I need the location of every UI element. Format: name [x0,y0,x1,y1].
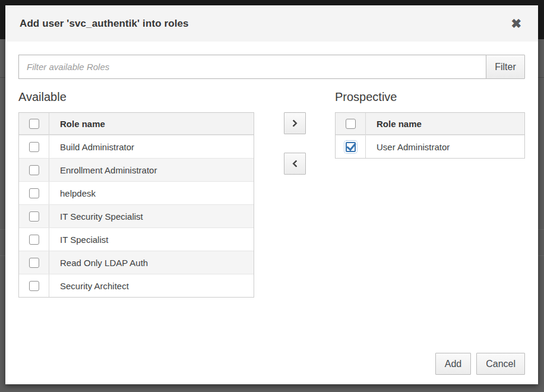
prospective-roles-table: Role name User Administrator [335,112,525,159]
role-name: IT Specialist [49,235,108,245]
move-right-button[interactable] [284,112,306,134]
select-all-checkbox[interactable] [29,119,39,129]
filter-button[interactable]: Filter [486,55,525,79]
dialog-header: Add user 'svc_authentik' into roles ✖ [5,5,538,42]
available-heading: Available [18,88,335,105]
prospective-column: Role name User Administrator [335,112,525,159]
dialog-body: Filter Available Prospective Role name [5,42,538,298]
table-row[interactable]: User Administrator [336,135,524,158]
table-row[interactable]: Read Only LDAP Auth [19,251,254,274]
chevron-left-icon [292,160,300,167]
role-checkbox[interactable] [29,235,39,245]
add-button[interactable]: Add [435,353,471,375]
role-checkbox[interactable] [29,165,39,175]
transfer-columns: Role name Build Administrator Enrollment… [18,112,525,298]
cancel-button[interactable]: Cancel [476,353,525,375]
role-checkbox[interactable] [29,281,39,291]
role-checkbox[interactable] [29,258,39,268]
table-header-row: Role name [336,113,524,135]
table-header-row: Role name [19,113,254,135]
dialog-title: Add user 'svc_authentik' into roles [20,18,189,30]
prospective-heading: Prospective [335,88,525,105]
section-headings: Available Prospective [18,88,525,105]
table-row[interactable]: IT Specialist [19,227,254,251]
transfer-controls [254,112,335,175]
available-roles-table: Role name Build Administrator Enrollment… [18,112,254,298]
role-checkbox[interactable] [29,211,39,222]
role-name: Read Only LDAP Auth [49,258,148,268]
table-row[interactable]: Enrollment Administrator [19,158,254,181]
table-row[interactable]: helpdesk [19,181,254,204]
select-all-checkbox[interactable] [346,119,356,129]
table-row[interactable]: Build Administrator [19,135,254,158]
role-name: helpdesk [49,188,96,198]
table-row[interactable]: IT Security Specialist [19,204,254,227]
chevron-right-icon [290,119,298,127]
role-name: Build Administrator [49,142,134,152]
header-checkbox-cell [19,113,49,134]
add-roles-dialog: Add user 'svc_authentik' into roles ✖ Fi… [5,5,538,384]
role-name: IT Security Specialist [49,211,143,222]
header-checkbox-cell [336,113,366,134]
role-checkbox-checked[interactable] [346,142,356,152]
role-checkbox[interactable] [29,142,39,152]
column-header-label: Role name [366,119,422,129]
role-name: Security Architect [49,281,129,291]
move-left-button[interactable] [284,153,306,175]
available-column: Role name Build Administrator Enrollment… [18,112,254,298]
filter-row: Filter [18,55,525,79]
role-checkbox[interactable] [29,188,39,198]
close-icon[interactable]: ✖ [510,16,523,31]
column-header-label: Role name [49,119,105,129]
role-name: Enrollment Administrator [49,165,157,175]
role-name: User Administrator [366,142,450,152]
table-row[interactable]: Security Architect [19,274,254,297]
dialog-footer: Add Cancel [435,353,525,375]
filter-input[interactable] [18,55,486,79]
